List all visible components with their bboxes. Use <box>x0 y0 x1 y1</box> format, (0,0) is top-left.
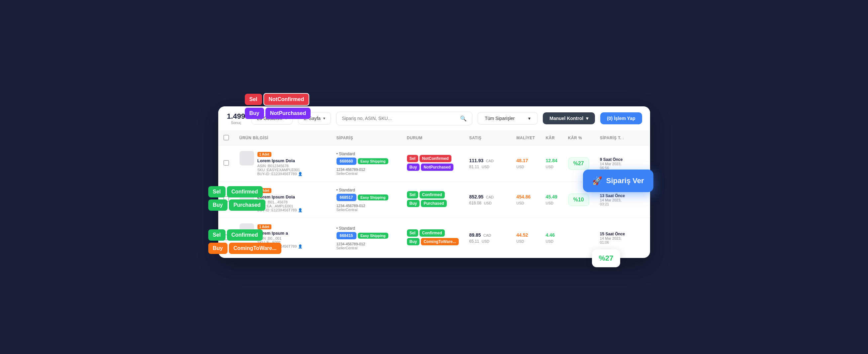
filter-label: Tüm Siparişler <box>485 116 515 121</box>
time-cell-3: 15 Saat Önce 14 Mar 2023, 01:06 <box>600 232 643 244</box>
price-main-3: 89.85 CAD <box>469 232 506 238</box>
comingtoware-badge: ComingToWare... <box>229 243 281 254</box>
standard-dot-1: • Standard <box>337 152 396 156</box>
person-icon-2: 👤 <box>298 208 303 212</box>
confirmed-badge-1: Confirmed <box>227 186 263 198</box>
purchased-badge-1: Purchased <box>229 200 266 211</box>
urun-bilgisi-header: ÜRÜN BİLGİSİ <box>234 131 331 146</box>
shipping-badge-1: Easy Shipping <box>358 158 388 164</box>
checkbox-header <box>218 131 234 146</box>
son-kargo-header: SON KARGO T. <box>648 131 650 146</box>
filter-select[interactable]: Tüm Siparişler ▾ <box>478 112 537 125</box>
buy-purchased-badge-1: Buy <box>208 200 227 211</box>
person-icon-3: 👤 <box>298 244 303 248</box>
mid2-row-1: Sel Confirmed <box>208 229 281 241</box>
buy-badge-purple: Buy <box>245 108 264 119</box>
row-1-cost: 48.17 USD <box>511 145 540 181</box>
product-sku-1: SKU :EASYEXAMPLE001 <box>257 168 303 172</box>
action-label: (0) İşlem Yap <box>607 116 635 121</box>
sel-label-3: Sel <box>407 229 418 237</box>
badge-row-2: Buy NotPurchased <box>245 108 311 119</box>
row-2-profit: 45.49 USD <box>540 181 563 218</box>
badge-row-1: Sel NotConfirmed <box>245 93 311 106</box>
action-button[interactable]: (0) İşlem Yap <box>600 112 642 124</box>
row-3-profit: 4.46 USD <box>540 218 563 258</box>
buy-label-2: Buy <box>407 200 420 207</box>
order-cell-1: • Standard 668660 Easy Shipping 1234-456… <box>337 152 396 176</box>
search-icon: 🔍 <box>460 115 467 122</box>
row-1-profit: 12.84 USD <box>540 145 563 181</box>
seller-central-3: SellerCentral <box>337 246 396 250</box>
row-1-status: Sel NotConfirmed Buy NotPurchased <box>402 145 464 181</box>
order-number-3: 668415 <box>337 232 356 239</box>
maliyet-header: MALİYET <box>511 131 540 146</box>
sel-label-2: Sel <box>407 191 418 199</box>
row-2-order: • Standard 668517 Easy Shipping 1234-456… <box>331 181 402 218</box>
buy-label-3: Buy <box>407 238 420 245</box>
shipping-badge-3: Easy Shipping <box>358 233 388 239</box>
row-3-status: Sel Confirmed Buy ComingToWare... <box>402 218 464 258</box>
table-container: ÜRÜN BİLGİSİ SİPARİŞ DURUM SATIŞ MALİYET… <box>218 131 650 258</box>
chevron-down-icon-3: ▾ <box>528 116 530 121</box>
price-sub-3: 65.11 USD <box>469 238 506 244</box>
header-row: ÜRÜN BİLGİSİ SİPARİŞ DURUM SATIŞ MALİYET… <box>218 131 650 146</box>
kar-header: KÂR <box>540 131 563 146</box>
mid2-row-2: Buy ComingToWare... <box>208 243 281 254</box>
buy-label-1: Buy <box>407 164 420 171</box>
row-3-price: 89.85 CAD 65.11 USD <box>464 218 511 258</box>
table-body: 1 Adet Lorem Ipsum Dola ASIN :B012345678… <box>218 145 650 258</box>
result-number: 1.499 <box>227 112 245 121</box>
status-row-buy-1: Buy NotPurchased <box>407 164 459 171</box>
buy-coming-badge: Buy <box>208 243 227 254</box>
row-1-price: 111.93 CAD 81.11 USD <box>464 145 511 181</box>
confirmed-label-2: Confirmed <box>420 191 445 199</box>
sel-confirmed-badge-2: Sel <box>208 229 225 241</box>
row-1-checkbox[interactable] <box>223 160 229 166</box>
product-buyid-1: BUY-ID :E123X456T789 👤 <box>257 172 303 176</box>
durum-header: DURUM <box>402 131 464 146</box>
siparis-ver-button[interactable]: 🚀 Sipariş Ver <box>583 170 653 192</box>
row-3-cost: 44.52 USD <box>511 218 540 258</box>
rocket-icon: 🚀 <box>592 176 602 185</box>
price-cell-1: 111.93 CAD 81.11 USD <box>469 157 506 170</box>
sel-confirmed-badge-1: Sel <box>208 186 225 198</box>
sel-label-1: Sel <box>407 155 418 162</box>
person-icon-1: 👤 <box>298 172 303 176</box>
status-cell-3: Sel Confirmed Buy ComingToWare... <box>407 229 459 245</box>
orders-table: ÜRÜN BİLGİSİ SİPARİŞ DURUM SATIŞ MALİYET… <box>218 131 650 258</box>
search-input[interactable] <box>342 116 458 121</box>
sort-icon: ↓ <box>622 136 624 140</box>
sel-badge-red: Sel <box>245 94 262 105</box>
page-container: Sel NotConfirmed Buy NotPurchased Sel Co… <box>218 96 650 258</box>
seller-central-2: SellerCentral <box>337 208 396 212</box>
manuel-label: Manuel Kontrol <box>550 116 583 121</box>
adet-badge-1: 1 Adet <box>257 152 271 157</box>
row-2-status: Sel Confirmed Buy Purchased <box>402 181 464 218</box>
mid1-row-1: Sel Confirmed <box>208 186 266 198</box>
price-main-1: 111.93 CAD <box>469 157 506 164</box>
manuel-kontrol-button[interactable]: Manuel Kontrol ▾ <box>543 112 595 124</box>
product-asin-1: ASIN :B012345678 <box>257 164 303 168</box>
time-cell-2: 13 Saat Önce 14 Mar 2023, 03:21 <box>600 194 643 206</box>
floating-badges-mid1: Sel Confirmed Buy Purchased <box>208 186 266 211</box>
floating-badges-top: Sel NotConfirmed Buy NotPurchased <box>245 93 311 119</box>
status-row-sel-1: Sel NotConfirmed <box>407 155 459 162</box>
price-sub-2: 618.08 USD <box>469 200 506 206</box>
row-2-price: 852.95 CAD 618.08 USD <box>464 181 511 218</box>
select-all-checkbox[interactable] <box>223 135 229 140</box>
standard-dot-3: • Standard <box>337 226 396 231</box>
price-cell-3: 89.85 CAD 65.11 USD <box>469 232 506 244</box>
percent-badge-2: %10 <box>568 194 589 206</box>
confirmed-label-3: Confirmed <box>420 229 445 237</box>
status-cell-1: Sel NotConfirmed Buy NotPurchased <box>407 155 459 171</box>
shipping-badge-2: Easy Shipping <box>358 195 388 201</box>
row-1-order: • Standard 668660 Easy Shipping 1234-456… <box>331 145 402 181</box>
not-confirmed-badge: NotConfirmed <box>264 93 310 106</box>
product-info-1: 1 Adet Lorem Ipsum Dola ASIN :B012345678… <box>257 151 303 176</box>
order-number-1: 668660 <box>337 157 356 165</box>
adet-badge-3: 1 Adet <box>257 224 271 229</box>
row-2-cost: 454.86 USD <box>511 181 540 218</box>
product-thumbnail-1 <box>240 151 254 166</box>
row-1-checkbox-cell <box>218 145 234 181</box>
percent-badge-large: %27 <box>592 249 620 267</box>
